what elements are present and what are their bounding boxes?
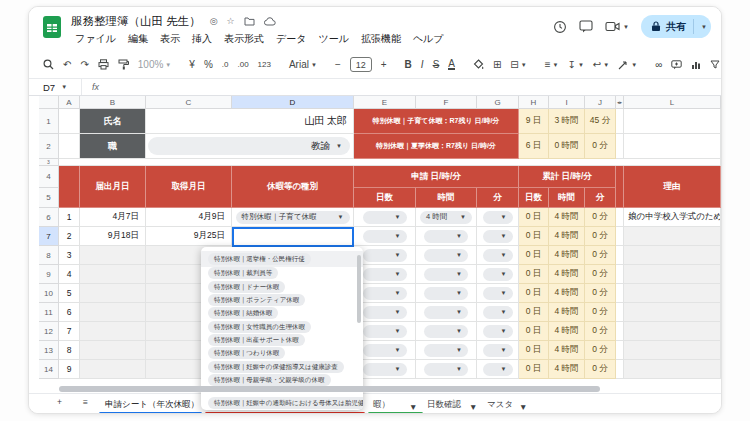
cell-L1[interactable]: [624, 109, 721, 134]
selected-cell-D7[interactable]: [232, 227, 354, 247]
cell-C6[interactable]: 4月9日: [146, 208, 232, 227]
tab-hidden-fragment[interactable]: 暇）: [373, 399, 390, 411]
cell-A7[interactable]: 2: [59, 227, 80, 246]
leave2-days-cell[interactable]: 6 日: [519, 134, 549, 159]
row-header-13[interactable]: 13: [39, 341, 59, 360]
name-label-cell[interactable]: 氏名: [80, 109, 146, 134]
col-header-J[interactable]: J: [585, 96, 616, 109]
cell-J8[interactable]: 0 分: [585, 246, 616, 265]
dropdown-option-11[interactable]: 特別休暇｜妊娠中の通勤時における母体又は胎児健康保持: [201, 395, 363, 410]
cell-dropdown-chip[interactable]: ▼: [424, 344, 468, 357]
cell-B10[interactable]: [80, 284, 146, 303]
cell-dropdown-chip[interactable]: ▼: [424, 325, 468, 338]
row-header-8[interactable]: 8: [39, 246, 59, 265]
cell-H13[interactable]: 0 日: [519, 341, 549, 360]
cell-J12[interactable]: 0 分: [585, 322, 616, 341]
cell-L7[interactable]: [624, 227, 721, 246]
col-header-E[interactable]: E: [354, 96, 416, 109]
leave1-hours-cell[interactable]: 3 時間: [549, 109, 585, 134]
cell-I9[interactable]: 4 時間: [549, 265, 585, 284]
job-value-cell[interactable]: 教諭▼: [146, 134, 354, 159]
cell-A2[interactable]: [59, 134, 80, 159]
cell-A8[interactable]: 3: [59, 246, 80, 265]
leave1-label-cell[interactable]: 特別休暇｜子育て休暇：R7残り 日/時/分: [354, 109, 519, 134]
col-header-L[interactable]: L: [624, 96, 721, 109]
corner-select-all[interactable]: [39, 96, 59, 109]
cell-H12[interactable]: 0 日: [519, 322, 549, 341]
cell-dropdown-chip[interactable]: ▼: [483, 363, 513, 376]
cell-dropdown-chip[interactable]: ▼: [424, 306, 468, 319]
tab-active-nenji-kyuka[interactable]: 申請シート（年次休暇）: [105, 399, 199, 411]
cell-K11[interactable]: [616, 303, 624, 322]
cell-dropdown-chip[interactable]: ▼: [363, 249, 407, 262]
cell-dropdown-chip[interactable]: 特別休暇｜子育て休暇▼: [236, 211, 350, 224]
cell-K12[interactable]: [616, 322, 624, 341]
cell-G12[interactable]: ▼: [477, 322, 519, 341]
tab4-caret-icon[interactable]: ▼: [519, 402, 527, 412]
dropdown-scrollbar[interactable]: [357, 255, 361, 323]
cell-D6[interactable]: 特別休暇｜子育て休暇▼: [232, 208, 354, 227]
cell-dropdown-chip[interactable]: ▼: [363, 325, 407, 338]
cell-K7[interactable]: [616, 227, 624, 246]
cell-dropdown-chip[interactable]: ▼: [483, 287, 513, 300]
horizontal-scrollbar[interactable]: [59, 386, 600, 392]
cell-G13[interactable]: ▼: [477, 341, 519, 360]
cell-dropdown-chip[interactable]: ▼: [424, 249, 468, 262]
cell-F7[interactable]: ▼: [416, 227, 477, 246]
cell-J10[interactable]: 0 分: [585, 284, 616, 303]
cell-E10[interactable]: ▼: [354, 284, 416, 303]
name-value-cell[interactable]: 山田 太郎: [146, 109, 354, 134]
row-header-3[interactable]: 3: [39, 159, 59, 166]
row-header-6[interactable]: 6: [39, 208, 59, 227]
cell-E8[interactable]: ▼: [354, 246, 416, 265]
cell-C7[interactable]: 9月25日: [146, 227, 232, 246]
cell-F14[interactable]: ▼: [416, 360, 477, 379]
cell-H9[interactable]: 0 日: [519, 265, 549, 284]
row-header-1[interactable]: 1: [39, 109, 59, 134]
cell-K2[interactable]: [616, 134, 624, 159]
leave2-mins-cell[interactable]: 0 分: [585, 134, 616, 159]
tab-master[interactable]: マスタ: [487, 399, 513, 411]
cell-dropdown-chip[interactable]: ▼: [363, 268, 407, 281]
row-header-14[interactable]: 14: [39, 360, 59, 379]
all-sheets-button[interactable]: ≡: [83, 397, 88, 407]
cell-J6[interactable]: 0 分: [585, 208, 616, 227]
row-header-2[interactable]: 2: [39, 134, 59, 159]
cell-L6[interactable]: 娘の中学校入学式のため: [624, 208, 721, 227]
add-sheet-button[interactable]: +: [57, 397, 62, 407]
cell-G9[interactable]: ▼: [477, 265, 519, 284]
col-header-C[interactable]: C: [146, 96, 232, 109]
row-header-7[interactable]: 7: [39, 227, 59, 246]
row-header-10[interactable]: 10: [39, 284, 59, 303]
cell-E11[interactable]: ▼: [354, 303, 416, 322]
cell-L10[interactable]: [624, 284, 721, 303]
cell-F11[interactable]: ▼: [416, 303, 477, 322]
cell-J7[interactable]: 0 分: [585, 227, 616, 246]
cell-dropdown-chip[interactable]: ▼: [363, 211, 407, 224]
cell-dropdown-chip[interactable]: ▼: [424, 287, 468, 300]
cell-G10[interactable]: ▼: [477, 284, 519, 303]
cell-K10[interactable]: [616, 284, 624, 303]
cell-dropdown-chip[interactable]: ▼: [483, 306, 513, 319]
cell-H8[interactable]: 0 日: [519, 246, 549, 265]
cell-dropdown-chip[interactable]: ▼: [483, 230, 513, 243]
cell-L14[interactable]: [624, 360, 721, 379]
cell-I10[interactable]: 4 時間: [549, 284, 585, 303]
cell-E7[interactable]: ▼: [354, 227, 416, 246]
cell-J11[interactable]: 0 分: [585, 303, 616, 322]
cell-I6[interactable]: 4 時間: [549, 208, 585, 227]
cell-dropdown-chip[interactable]: ▼: [363, 363, 407, 376]
cell-dropdown-chip[interactable]: ▼: [424, 268, 468, 281]
cell-dropdown-chip[interactable]: ▼: [424, 363, 468, 376]
col-header-F[interactable]: F: [416, 96, 477, 109]
cell-K13[interactable]: [616, 341, 624, 360]
cell-H7[interactable]: 0 日: [519, 227, 549, 246]
leave2-label-cell[interactable]: 特別休暇｜夏季休暇：R7残り 日/時/分: [354, 134, 519, 159]
job-select-chip[interactable]: 教諭▼: [148, 137, 350, 155]
leave1-days-cell[interactable]: 9 日: [519, 109, 549, 134]
cell-E6[interactable]: ▼: [354, 208, 416, 227]
cell-I8[interactable]: 4 時間: [549, 246, 585, 265]
col-header-I[interactable]: I: [549, 96, 585, 109]
cell-A1[interactable]: [59, 109, 80, 134]
cell-dropdown-chip[interactable]: ▼: [483, 268, 513, 281]
